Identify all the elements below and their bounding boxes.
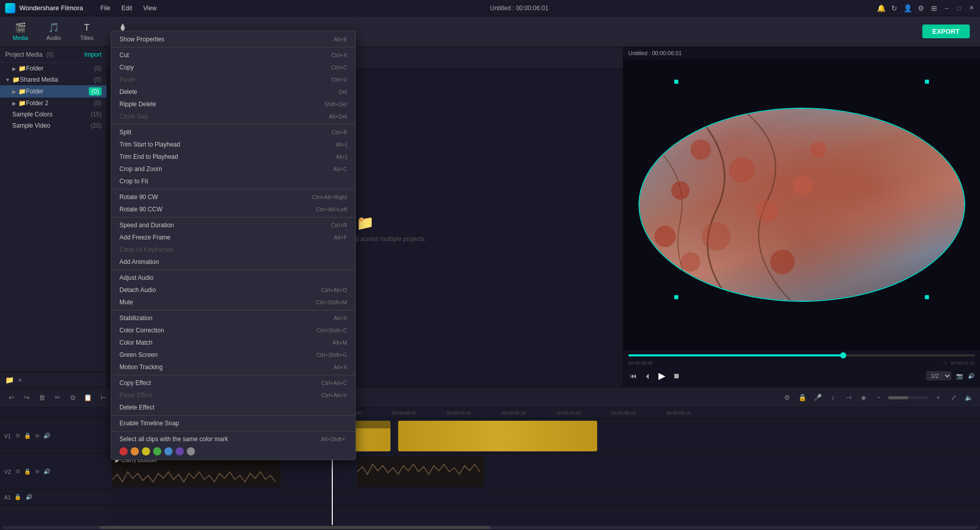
export-button[interactable]: EXPORT [922,25,970,38]
ctx-stabilization[interactable]: Stabilization Alt+S [111,312,355,324]
ctx-crop-zoom[interactable]: Crop and Zoom Alt+C [111,163,355,175]
split-button[interactable]: ⊢ [97,392,109,404]
new-folder-icon[interactable]: 📁 [5,376,14,384]
handle-tr[interactable] [925,80,929,84]
ctx-enable-snap[interactable]: Enable Timeline Snap [111,417,355,429]
settings-timeline-button[interactable]: ⚙ [781,392,793,404]
color-yellow[interactable] [142,447,150,455]
cut-button[interactable]: ✂ [51,392,63,404]
tab-audio[interactable]: 🎵 Audio [38,20,69,43]
track2-lock-icon[interactable]: 🔒 [23,468,32,476]
ctx-rotate-cw[interactable]: Rotate 90 CW Ctrl+Alt+Right [111,191,355,203]
color-orange[interactable] [131,447,139,455]
stop-button[interactable]: ⏹ [671,370,681,381]
ctx-crop-fit[interactable]: Crop to Fit [111,175,355,187]
mic-button[interactable]: 🎤 [812,392,824,404]
ctx-color-correction[interactable]: Color Correction Ctrl+Shift+C [111,324,355,336]
ctx-detach-audio[interactable]: Detach Audio Ctrl+Alt+D [111,284,355,296]
tree-item-sample-colors[interactable]: Sample Colors (15) [0,109,107,120]
tree-item-folder[interactable]: ▶ 📁 Folder (0) [0,63,107,74]
tree-item-folder-selected[interactable]: ▶ 📁 Folder (0) [0,85,107,98]
grid-icon[interactable]: ⊞ [930,4,938,12]
maximize-button[interactable]: □ [955,5,963,12]
track1-lock-icon[interactable]: 🔒 [23,432,32,440]
settings-icon[interactable]: ⚙ [917,4,925,12]
fit-button[interactable]: ⤢ [947,392,960,404]
handle-tl[interactable] [674,80,678,84]
add-media-icon[interactable]: + [18,376,22,384]
menu-view[interactable]: View [138,4,162,13]
handle-bl[interactable] [674,295,678,299]
ctx-color-match[interactable]: Color Match Alt+M [111,336,355,349]
minimize-button[interactable]: ─ [943,5,950,12]
clip-cherry-blossom[interactable]: ▶ Cherry Blossom [112,456,281,487]
split2-button[interactable]: ⊣ [842,392,854,404]
ctx-trim-end[interactable]: Trim End to Playhead Alt+] [111,151,355,163]
audio-mute-icon[interactable]: 🔊 [25,493,33,501]
menu-file[interactable]: File [95,4,115,13]
handle-br[interactable] [925,295,929,299]
ctx-rotate-ccw[interactable]: Rotate 90 CCW Ctrl+Alt+Left [111,203,355,215]
clip-video1-2[interactable] [398,421,597,451]
track2-eye-icon[interactable]: 👁 [33,468,41,476]
track2-settings-icon[interactable]: ⚙ [14,468,22,476]
paste-button[interactable]: 📋 [82,392,94,404]
notification-icon[interactable]: 🔔 [877,4,885,12]
ctx-mute[interactable]: Mute Ctrl+Shift+M [111,296,355,308]
track1-settings-icon[interactable]: ⚙ [14,432,22,440]
snapshot-icon[interactable]: 📷 [956,373,963,379]
snap-button[interactable]: ◈ [857,392,870,404]
ctx-copy-effect[interactable]: Copy Effect Ctrl+Alt+C [111,377,355,389]
ctx-motion-tracking[interactable]: Motion Tracking Alt+X [111,361,355,373]
ctx-green-screen[interactable]: Green Screen Ctrl+Shift+G [111,349,355,361]
ctx-show-properties[interactable]: Show Properties Alt+E [111,33,355,45]
ctx-cut[interactable]: Cut Ctrl+X [111,49,355,61]
ctx-delete[interactable]: Delete Del [111,86,355,98]
update-icon[interactable]: ↻ [890,4,898,12]
quality-select[interactable]: 1/2 Full 1/4 [926,371,951,380]
ctx-split[interactable]: Split Ctrl+B [111,126,355,138]
tab-titles[interactable]: T Titles [71,20,102,43]
undo-button[interactable]: ↩ [5,392,17,404]
color-purple[interactable] [176,447,184,455]
account-icon[interactable]: 👤 [903,4,912,12]
audio-track-button[interactable]: ♪ [827,392,839,404]
menu-edit[interactable]: Edit [116,4,137,13]
ctx-copy[interactable]: Copy Ctrl+C [111,61,355,74]
ctx-freeze-frame[interactable]: Add Freeze Frame Alt+F [111,231,355,244]
color-red[interactable] [119,447,128,455]
ctx-adjust-audio[interactable]: Adjust Audio [111,272,355,284]
audio-lock-icon[interactable]: 🔒 [14,493,22,501]
scrollbar-track[interactable] [3,526,977,529]
tab-media[interactable]: 🎬 Media [5,20,36,43]
color-gray[interactable] [187,447,195,455]
track2-audio-icon[interactable]: 🔊 [43,468,51,476]
track1-audio-icon[interactable]: 🔊 [43,432,51,440]
preview-progress-bar[interactable] [628,354,975,356]
ctx-add-animation[interactable]: Add Animation [111,256,355,268]
tree-item-sample-video[interactable]: Sample Video (20) [0,120,107,131]
import-button[interactable]: Import [84,51,102,58]
copy-button[interactable]: ⧉ [66,392,79,404]
redo-button[interactable]: ↪ [20,392,33,404]
tree-item-shared-media[interactable]: ▼ 📁 Shared Media (0) [0,74,107,85]
scrollbar-thumb[interactable] [100,526,490,529]
zoom-in-button[interactable]: + [932,392,944,404]
ctx-trim-start[interactable]: Trim Start to Playhead Alt+[ [111,138,355,151]
ctx-select-same-color[interactable]: Select all clips with the same color mar… [111,433,355,445]
volume-icon[interactable]: 🔊 [968,373,975,379]
zoom-out-button[interactable]: − [873,392,885,404]
ctx-speed-duration[interactable]: Speed and Duration Ctrl+R [111,219,355,231]
progress-handle[interactable] [840,352,846,358]
close-button[interactable]: ✕ [968,5,975,12]
color-green[interactable] [153,447,161,455]
ctx-ripple-delete[interactable]: Ripple Delete Shift+Del [111,98,355,110]
voice-button[interactable]: 🔈 [963,392,975,404]
color-blue[interactable] [164,447,173,455]
tree-item-folder2[interactable]: ▶ 📁 Folder 2 (0) [0,98,107,109]
lock-button[interactable]: 🔒 [796,392,808,404]
play-pause-button[interactable]: ▶ [657,369,667,383]
jump-start-button[interactable]: ⏮ [628,370,639,381]
delete-button[interactable]: 🗑 [36,392,48,404]
ctx-delete-effect[interactable]: Delete Effect [111,401,355,414]
